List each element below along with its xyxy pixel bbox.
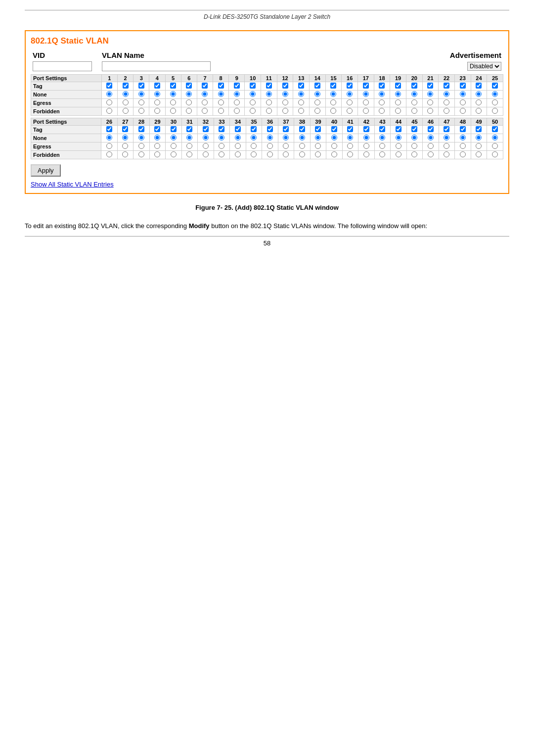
tag-cb-13[interactable] (298, 83, 304, 89)
none-rb-50[interactable] (492, 135, 498, 141)
forbidden-rb-45[interactable] (411, 151, 417, 157)
egress-rb-35[interactable] (251, 143, 257, 149)
tag-cb-38[interactable] (299, 126, 305, 132)
tag-cb-7[interactable] (202, 83, 208, 89)
forbidden-rb-48[interactable] (460, 151, 466, 157)
none-rb-14[interactable] (314, 91, 320, 97)
egress-rb-33[interactable] (219, 143, 224, 149)
egress-rb-8[interactable] (218, 99, 224, 105)
egress-rb-18[interactable] (379, 99, 385, 105)
forbidden-rb-26[interactable] (106, 151, 112, 157)
none-rb-35[interactable] (251, 135, 257, 141)
forbidden-rb-29[interactable] (154, 151, 160, 157)
forbidden-rb-47[interactable] (444, 151, 449, 157)
tag-cb-35[interactable] (251, 126, 257, 132)
tag-cb-24[interactable] (476, 83, 482, 89)
none-rb-7[interactable] (202, 91, 208, 97)
vlan-name-input[interactable] (102, 61, 211, 71)
egress-rb-13[interactable] (298, 99, 304, 105)
none-rb-45[interactable] (411, 135, 417, 141)
none-rb-32[interactable] (203, 135, 209, 141)
forbidden-rb-22[interactable] (444, 108, 449, 114)
tag-cb-11[interactable] (266, 83, 272, 89)
none-rb-46[interactable] (428, 135, 434, 141)
tag-cb-41[interactable] (347, 126, 353, 132)
none-rb-16[interactable] (347, 91, 353, 97)
none-rb-37[interactable] (283, 135, 289, 141)
tag-cb-27[interactable] (122, 126, 128, 132)
forbidden-rb-5[interactable] (170, 108, 176, 114)
egress-rb-5[interactable] (170, 99, 176, 105)
egress-rb-4[interactable] (154, 99, 160, 105)
egress-rb-25[interactable] (492, 99, 498, 105)
egress-rb-39[interactable] (315, 143, 321, 149)
forbidden-rb-24[interactable] (476, 108, 482, 114)
egress-rb-22[interactable] (444, 99, 449, 105)
egress-rb-2[interactable] (123, 99, 129, 105)
forbidden-rb-13[interactable] (298, 108, 304, 114)
egress-rb-9[interactable] (234, 99, 240, 105)
egress-rb-30[interactable] (171, 143, 177, 149)
egress-rb-50[interactable] (492, 143, 498, 149)
tag-cb-14[interactable] (314, 83, 320, 89)
egress-rb-40[interactable] (331, 143, 337, 149)
forbidden-rb-31[interactable] (186, 151, 192, 157)
forbidden-rb-50[interactable] (492, 151, 498, 157)
egress-rb-10[interactable] (250, 99, 256, 105)
none-rb-6[interactable] (186, 91, 192, 97)
none-rb-48[interactable] (460, 135, 466, 141)
tag-cb-10[interactable] (250, 83, 256, 89)
none-rb-34[interactable] (235, 135, 241, 141)
tag-cb-50[interactable] (492, 126, 498, 132)
tag-cb-40[interactable] (331, 126, 337, 132)
forbidden-rb-36[interactable] (267, 151, 273, 157)
tag-cb-49[interactable] (476, 126, 482, 132)
forbidden-rb-1[interactable] (106, 108, 112, 114)
forbidden-rb-46[interactable] (428, 151, 434, 157)
none-rb-43[interactable] (379, 135, 385, 141)
forbidden-rb-12[interactable] (282, 108, 288, 114)
none-rb-13[interactable] (298, 91, 304, 97)
forbidden-rb-8[interactable] (218, 108, 224, 114)
none-rb-38[interactable] (299, 135, 305, 141)
egress-rb-11[interactable] (266, 99, 272, 105)
none-rb-12[interactable] (282, 91, 288, 97)
forbidden-rb-11[interactable] (266, 108, 272, 114)
forbidden-rb-6[interactable] (186, 108, 192, 114)
forbidden-rb-17[interactable] (363, 108, 369, 114)
none-rb-4[interactable] (154, 91, 160, 97)
forbidden-rb-35[interactable] (251, 151, 257, 157)
none-rb-21[interactable] (427, 91, 433, 97)
tag-cb-9[interactable] (234, 83, 240, 89)
egress-rb-24[interactable] (476, 99, 482, 105)
none-rb-17[interactable] (363, 91, 369, 97)
tag-cb-47[interactable] (444, 126, 449, 132)
tag-cb-15[interactable] (330, 83, 336, 89)
egress-rb-21[interactable] (427, 99, 433, 105)
tag-cb-18[interactable] (379, 83, 385, 89)
forbidden-rb-14[interactable] (314, 108, 320, 114)
forbidden-rb-4[interactable] (154, 108, 160, 114)
forbidden-rb-34[interactable] (235, 151, 241, 157)
tag-cb-25[interactable] (492, 83, 498, 89)
none-rb-8[interactable] (218, 91, 224, 97)
forbidden-rb-2[interactable] (123, 108, 129, 114)
tag-cb-2[interactable] (123, 83, 129, 89)
egress-rb-19[interactable] (395, 99, 401, 105)
tag-cb-48[interactable] (460, 126, 466, 132)
tag-cb-45[interactable] (411, 126, 417, 132)
tag-cb-8[interactable] (218, 83, 224, 89)
forbidden-rb-10[interactable] (250, 108, 256, 114)
egress-rb-12[interactable] (282, 99, 288, 105)
forbidden-rb-16[interactable] (347, 108, 353, 114)
none-rb-27[interactable] (122, 135, 128, 141)
forbidden-rb-30[interactable] (171, 151, 177, 157)
egress-rb-43[interactable] (379, 143, 385, 149)
egress-rb-32[interactable] (203, 143, 209, 149)
forbidden-rb-33[interactable] (219, 151, 224, 157)
none-rb-40[interactable] (331, 135, 337, 141)
egress-rb-36[interactable] (267, 143, 273, 149)
egress-rb-17[interactable] (363, 99, 369, 105)
forbidden-rb-32[interactable] (203, 151, 209, 157)
none-rb-3[interactable] (138, 91, 144, 97)
